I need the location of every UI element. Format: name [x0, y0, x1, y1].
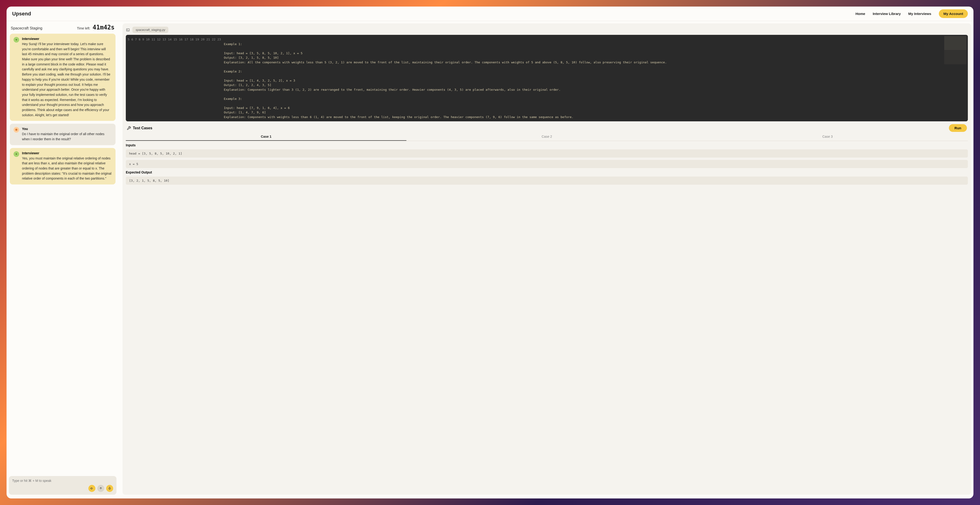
input-field-x[interactable]: x = 5 — [126, 160, 968, 168]
message-sender: You — [22, 127, 112, 131]
terminal-icon[interactable] — [126, 28, 130, 32]
run-button[interactable]: Run — [949, 124, 967, 132]
problem-title: Spacecraft Staging — [11, 26, 42, 30]
svg-rect-1 — [127, 29, 129, 31]
plus-icon: ✦ — [15, 152, 18, 156]
speaker-button[interactable] — [88, 485, 95, 492]
message-sender: Interviewer — [22, 151, 112, 155]
file-tab[interactable]: spacecraft_staging.py — [132, 27, 169, 33]
test-area: Test Cases Run Case 1 Case 2 Case 3 Inpu… — [126, 123, 968, 491]
chat-buttons — [12, 485, 113, 492]
chat-input-area — [9, 476, 116, 495]
line-gutter: 5 6 7 8 9 10 11 12 13 14 15 16 17 18 19 … — [126, 35, 224, 121]
input-field-head[interactable]: head = [3, 5, 8, 5, 10, 2, 1] — [126, 149, 968, 157]
editor-pane: spacecraft_staging.py 5 6 7 8 9 10 11 12… — [123, 23, 971, 495]
case-tab-1[interactable]: Case 1 — [126, 133, 406, 141]
nav-home[interactable]: Home — [855, 12, 865, 16]
chat-log[interactable]: ✦ Interviewer Hey Suraj! I'll be your in… — [9, 33, 116, 474]
case-tab-2[interactable]: Case 2 — [406, 133, 687, 141]
test-body: Inputs head = [3, 5, 8, 5, 10, 2, 1] x =… — [126, 141, 968, 187]
asterisk-icon: ✱ — [15, 128, 18, 132]
code-editor[interactable]: 5 6 7 8 9 10 11 12 13 14 15 16 17 18 19 … — [126, 35, 968, 121]
nav-my-account-button[interactable]: My Account — [939, 10, 968, 18]
inputs-label: Inputs — [126, 143, 968, 147]
nav-interview-library[interactable]: Interview Library — [873, 12, 901, 16]
message-text: Yes, you must maintain the original rela… — [22, 156, 112, 181]
test-title: Test Cases — [127, 126, 152, 130]
arrow-up-icon — [99, 487, 102, 490]
message-sender: Interviewer — [22, 37, 112, 41]
chat-pane: Spacecraft Staging Time left: 41m42s ✦ I… — [9, 23, 116, 495]
chat-input[interactable] — [12, 479, 113, 483]
speaker-icon — [90, 487, 94, 490]
avatar-interviewer: ✦ — [14, 37, 19, 43]
send-button[interactable] — [97, 485, 104, 492]
avatar-you: ✱ — [14, 127, 19, 133]
message-text: Hey Suraj! I'll be your interviewer toda… — [22, 41, 112, 118]
case-tab-3[interactable]: Case 3 — [687, 133, 968, 141]
chat-message-you: ✱ You Do I have to maintain the original… — [10, 124, 116, 145]
svg-rect-0 — [109, 487, 110, 489]
nav-my-interviews[interactable]: My Interviews — [908, 12, 931, 16]
timer-value: 41m42s — [92, 24, 115, 31]
expected-output-label: Expected Output — [126, 170, 968, 174]
expected-output-field: [3, 2, 1, 5, 8, 5, 10] — [126, 176, 968, 185]
file-tabs: spacecraft_staging.py — [126, 27, 968, 33]
top-nav: Upsend Home Interview Library My Intervi… — [6, 6, 974, 21]
code-content[interactable]: Example 1: Input: head = [3, 5, 8, 5, 10… — [224, 35, 968, 121]
test-header: Test Cases Run — [126, 123, 968, 133]
message-body: You Do I have to maintain the original o… — [22, 127, 112, 142]
tools-icon — [127, 126, 131, 130]
avatar-interviewer: ✦ — [14, 151, 19, 157]
message-text: Do I have to maintain the original order… — [22, 132, 112, 142]
nav-links: Home Interview Library My Interviews My … — [855, 10, 968, 18]
timer-label: Time left: — [77, 26, 90, 30]
test-cases-label: Test Cases — [133, 126, 152, 130]
brand-logo: Upsend — [12, 11, 31, 17]
message-body: Interviewer Yes, you must maintain the o… — [22, 151, 112, 181]
microphone-icon — [108, 487, 111, 490]
microphone-button[interactable] — [106, 485, 113, 492]
chat-message-interviewer: ✦ Interviewer Yes, you must maintain the… — [10, 148, 116, 184]
message-body: Interviewer Hey Suraj! I'll be your inte… — [22, 37, 112, 118]
main-area: Spacecraft Staging Time left: 41m42s ✦ I… — [6, 21, 974, 499]
chat-message-interviewer: ✦ Interviewer Hey Suraj! I'll be your in… — [10, 34, 116, 121]
case-tabs: Case 1 Case 2 Case 3 — [126, 133, 968, 141]
chat-header: Spacecraft Staging Time left: 41m42s — [9, 23, 116, 33]
timer: Time left: 41m42s — [77, 24, 115, 31]
app-container: Upsend Home Interview Library My Intervi… — [6, 6, 974, 499]
plus-icon: ✦ — [15, 38, 18, 41]
minimap[interactable] — [944, 36, 966, 64]
